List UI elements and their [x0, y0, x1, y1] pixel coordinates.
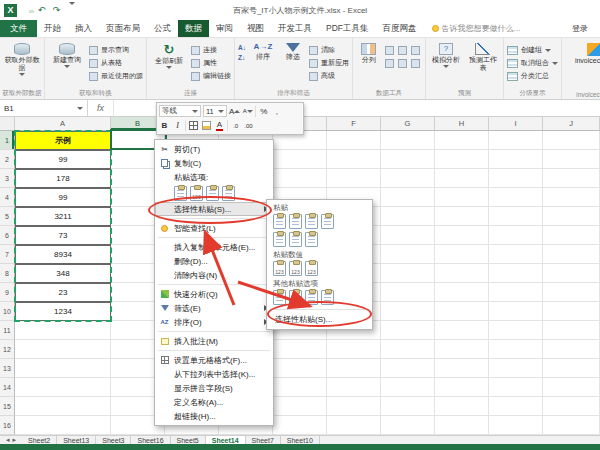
cell-G4[interactable]	[381, 188, 435, 207]
sheet-tab-Sheet2[interactable]: Sheet2	[22, 436, 57, 444]
values-icon[interactable]: 123	[273, 261, 286, 276]
cell-H9[interactable]	[435, 283, 489, 302]
menu-item-format-cells[interactable]: 设置单元格格式(F)...	[155, 353, 273, 367]
row-header-4[interactable]: 4	[0, 188, 15, 207]
cell-J12[interactable]	[543, 340, 600, 359]
cell-F16[interactable]	[327, 416, 381, 435]
cell-H15[interactable]	[435, 397, 489, 416]
cell-A15[interactable]	[15, 397, 111, 416]
grow-font-button[interactable]: A	[229, 105, 240, 117]
percent-style-button[interactable]: %	[258, 105, 269, 117]
row-header-8[interactable]: 8	[0, 264, 15, 283]
cell-I10[interactable]	[489, 302, 543, 321]
cell-G3[interactable]	[381, 169, 435, 188]
recent-sources-button[interactable]: 最近使用的源	[89, 71, 143, 81]
keep-source-column-widths-icon[interactable]	[289, 232, 302, 247]
cell-G10[interactable]	[381, 302, 435, 321]
cell-I3[interactable]	[489, 169, 543, 188]
tab-审阅[interactable]: 审阅	[209, 20, 240, 37]
column-header-F[interactable]: F	[327, 117, 381, 130]
row-header-6[interactable]: 6	[0, 226, 15, 245]
row-header-15[interactable]: 15	[0, 397, 15, 416]
redo-button[interactable]: ↷	[51, 4, 62, 17]
cell-A6[interactable]: 73	[15, 226, 111, 245]
sheet-tab-Sheet3[interactable]: Sheet3	[96, 436, 131, 444]
cell-G14[interactable]	[381, 378, 435, 397]
cell-I9[interactable]	[489, 283, 543, 302]
cell-A8[interactable]: 348	[15, 264, 111, 283]
cell-I8[interactable]	[489, 264, 543, 283]
get-external-data-button[interactable]: 获取外部数据	[3, 41, 41, 88]
increase-decimal-button[interactable]: .0	[230, 120, 241, 132]
sheet-tab-Sheet16[interactable]: Sheet16	[131, 436, 170, 444]
cell-J4[interactable]	[543, 188, 600, 207]
values-source-formatting-icon[interactable]: 123	[305, 261, 318, 276]
show-queries-button[interactable]: 显示查询	[89, 45, 143, 55]
column-header-H[interactable]: H	[435, 117, 489, 130]
paste-link-icon[interactable]	[289, 290, 302, 305]
font-size-select[interactable]: 11	[203, 105, 227, 117]
cell-I11[interactable]	[489, 321, 543, 340]
advanced-button[interactable]: 高级	[309, 71, 349, 81]
cell-G1[interactable]	[381, 131, 435, 150]
cell-I1[interactable]	[489, 131, 543, 150]
cell-F3[interactable]	[327, 169, 381, 188]
manage-data-model-icon[interactable]	[411, 59, 420, 68]
subtotal-button[interactable]: 分类汇总	[507, 71, 558, 81]
tab-页面布局[interactable]: 页面布局	[99, 20, 147, 37]
select-all-corner[interactable]	[0, 117, 15, 130]
cell-G15[interactable]	[381, 397, 435, 416]
cell-G12[interactable]	[381, 340, 435, 359]
cell-I5[interactable]	[489, 207, 543, 226]
cell-H3[interactable]	[435, 169, 489, 188]
tab-file[interactable]: 文件	[0, 20, 37, 37]
transpose-icon[interactable]	[305, 232, 318, 247]
consolidate-icon[interactable]	[385, 59, 394, 68]
cell-F2[interactable]	[327, 150, 381, 169]
forecast-sheet-button[interactable]: 预测工作表	[466, 41, 500, 88]
filter-button[interactable]: 筛选	[280, 41, 306, 88]
cell-I7[interactable]	[489, 245, 543, 264]
cell-J16[interactable]	[543, 416, 600, 435]
comma-style-button[interactable]: ,	[271, 105, 282, 117]
cell-E2[interactable]	[273, 150, 327, 169]
cell-I16[interactable]	[489, 416, 543, 435]
sheet-tab-Sheet5[interactable]: Sheet5	[171, 436, 206, 444]
cell-H12[interactable]	[435, 340, 489, 359]
cell-J10[interactable]	[543, 302, 600, 321]
cell-A4[interactable]: 99	[15, 188, 111, 207]
cell-J3[interactable]	[543, 169, 600, 188]
picture-icon[interactable]	[305, 290, 318, 305]
row-header-13[interactable]: 13	[0, 359, 15, 378]
cell-I12[interactable]	[489, 340, 543, 359]
row-header-12[interactable]: 12	[0, 340, 15, 359]
paste-icon[interactable]	[273, 214, 286, 229]
cell-F14[interactable]	[327, 378, 381, 397]
tab-数据[interactable]: 数据	[178, 20, 209, 37]
refresh-all-button[interactable]: ↻ 全部刷新	[150, 41, 188, 88]
cell-J7[interactable]	[543, 245, 600, 264]
cell-I15[interactable]	[489, 397, 543, 416]
column-header-G[interactable]: G	[381, 117, 435, 130]
sort-ascending-button[interactable]: A↓	[238, 45, 246, 52]
formulas-icon[interactable]	[206, 186, 219, 201]
menu-item-smart-lookup[interactable]: 智能查找(L)	[155, 221, 273, 235]
menu-item-insert-comment[interactable]: 插入批注(M)	[155, 334, 273, 348]
cell-J15[interactable]	[543, 397, 600, 416]
next-sheet-button[interactable]: ▸	[13, 436, 17, 444]
cell-I6[interactable]	[489, 226, 543, 245]
cell-F13[interactable]	[327, 359, 381, 378]
row-header-16[interactable]: 16	[0, 416, 15, 435]
cell-H10[interactable]	[435, 302, 489, 321]
row-header-7[interactable]: 7	[0, 245, 15, 264]
submenu-item-paste-special[interactable]: 选择性粘贴(S)...	[267, 312, 372, 327]
cell-H16[interactable]	[435, 416, 489, 435]
menu-item-copy[interactable]: 复制(C)	[155, 156, 273, 170]
font-color-button[interactable]: A	[214, 120, 225, 132]
sign-in-button[interactable]: 登录	[560, 20, 600, 37]
keep-source-formatting-icon[interactable]	[321, 214, 334, 229]
edit-links-button[interactable]: 编辑链接	[191, 71, 231, 81]
cell-A13[interactable]	[15, 359, 111, 378]
cell-A10[interactable]: 1234	[15, 302, 111, 321]
no-borders-icon[interactable]	[273, 232, 286, 247]
